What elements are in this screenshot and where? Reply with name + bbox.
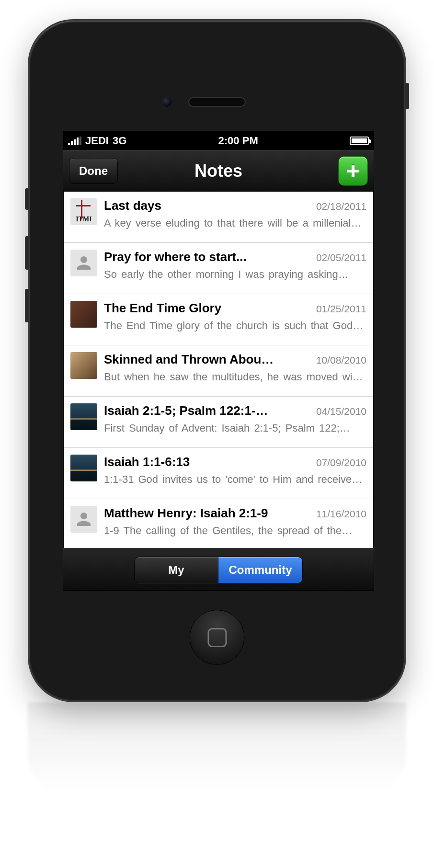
list-item[interactable]: Matthew Henry: Isaiah 2:1-9 11/16/2010 1… xyxy=(64,499,373,548)
note-title: Skinned and Thrown Abou… xyxy=(104,352,274,367)
avatar: ITMI xyxy=(70,198,97,225)
avatar xyxy=(70,506,97,533)
list-item[interactable]: The End Time Glory 01/25/2011 The End Ti… xyxy=(64,294,373,345)
mute-switch[interactable] xyxy=(25,188,29,210)
segment-community[interactable]: Community xyxy=(218,557,302,583)
avatar xyxy=(70,403,97,430)
note-title: Isaiah 2:1-5; Psalm 122:1-… xyxy=(104,403,268,418)
note-date: 01/25/2011 xyxy=(316,303,366,315)
avatar xyxy=(70,455,97,481)
power-button[interactable] xyxy=(405,83,409,109)
ear-speaker xyxy=(188,97,246,107)
carrier-label: JEDI xyxy=(85,135,109,147)
note-title: The End Time Glory xyxy=(104,301,221,316)
list-item[interactable]: Skinned and Thrown Abou… 10/08/2010 But … xyxy=(64,345,373,397)
note-title: Pray for where to start... xyxy=(104,250,247,264)
network-label: 3G xyxy=(113,135,126,147)
bottom-toolbar: My Community xyxy=(63,548,374,591)
done-button[interactable]: Done xyxy=(69,158,118,184)
reflection xyxy=(28,702,406,796)
add-note-button[interactable] xyxy=(338,156,368,186)
note-date: 07/09/2010 xyxy=(316,457,366,468)
note-date: 04/15/2010 xyxy=(316,406,366,417)
person-icon xyxy=(74,509,94,529)
segment-my[interactable]: My xyxy=(135,557,218,583)
note-date: 02/18/2011 xyxy=(316,201,366,212)
list-item[interactable]: Isaiah 2:1-5; Psalm 122:1-… 04/15/2010 F… xyxy=(64,397,373,448)
list-item[interactable]: Pray for where to start... 02/05/2011 So… xyxy=(64,243,373,294)
note-title: Last days xyxy=(104,198,161,213)
signal-icon xyxy=(68,137,81,145)
clock: 2:00 PM xyxy=(218,135,258,147)
phone-frame: JEDI 3G 2:00 PM Done Notes ITMI Last day… xyxy=(28,19,406,702)
note-preview: 1:1-31 God invites us to 'come' to Him a… xyxy=(104,473,366,486)
battery-icon xyxy=(350,137,369,145)
note-preview: First Sunday of Advent: Isaiah 2:1-5; Ps… xyxy=(104,422,366,434)
note-preview: So early the other morning I was praying… xyxy=(104,268,366,281)
avatar xyxy=(70,301,97,328)
screen: JEDI 3G 2:00 PM Done Notes ITMI Last day… xyxy=(63,131,374,591)
note-preview: The End Time glory of the church is such… xyxy=(104,320,366,332)
note-title: Matthew Henry: Isaiah 2:1-9 xyxy=(104,506,268,521)
volume-down-button[interactable] xyxy=(25,289,29,322)
note-preview: 1-9 The calling of the Gentiles, the spr… xyxy=(104,525,366,537)
list-item[interactable]: ITMI Last days 02/18/2011 A key verse el… xyxy=(64,192,373,243)
note-preview: But when he saw the multitudes, he was m… xyxy=(104,371,366,383)
list-item[interactable]: Isaiah 1:1-6:13 07/09/2010 1:1-31 God in… xyxy=(64,448,373,499)
note-date: 11/16/2010 xyxy=(316,508,366,520)
notes-list[interactable]: ITMI Last days 02/18/2011 A key verse el… xyxy=(63,192,374,548)
status-bar: JEDI 3G 2:00 PM xyxy=(63,131,374,150)
itmi-logo-icon: ITMI xyxy=(70,198,97,225)
person-icon xyxy=(74,253,94,273)
avatar xyxy=(70,250,97,276)
home-button[interactable] xyxy=(190,610,245,665)
note-date: 10/08/2010 xyxy=(316,354,366,366)
front-camera xyxy=(162,97,172,107)
note-preview: A key verse eluding to that there will b… xyxy=(104,217,366,229)
note-date: 02/05/2011 xyxy=(316,252,366,263)
volume-up-button[interactable] xyxy=(25,236,29,270)
home-button-icon xyxy=(207,628,227,647)
segmented-control: My Community xyxy=(134,557,303,583)
note-title: Isaiah 1:1-6:13 xyxy=(104,455,190,469)
plus-icon xyxy=(345,163,361,179)
avatar xyxy=(70,352,97,379)
nav-bar: Done Notes xyxy=(63,150,374,192)
